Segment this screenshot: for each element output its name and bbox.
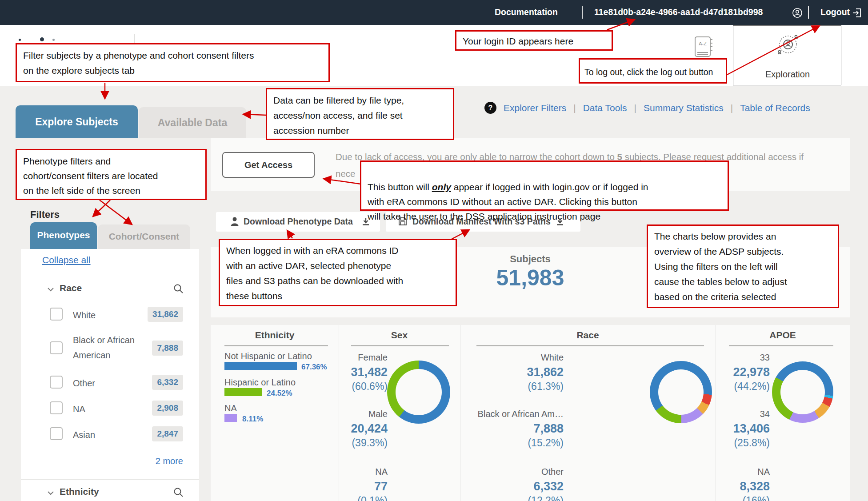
- donut-percent: (60.6%): [323, 381, 388, 393]
- donut-percent: (15.2%): [453, 437, 564, 449]
- nav-table-of-records[interactable]: Table of Records: [740, 103, 810, 113]
- donut-label: Black or African Am…: [453, 409, 564, 419]
- filter-tab-phenotypes[interactable]: Phenotypes: [30, 222, 97, 249]
- user-icon: [792, 8, 803, 18]
- subjects-label: Subjects: [486, 253, 575, 265]
- nav-logout-button[interactable]: Logout: [820, 7, 850, 17]
- explorer-nav: ? Explorer Filters | Data Tools | Summar…: [484, 102, 867, 114]
- nav-separator: |: [731, 103, 733, 113]
- filter-section-race[interactable]: Race: [60, 283, 82, 293]
- filter-tab-cohort-consent[interactable]: Cohort/Consent: [98, 224, 190, 249]
- chart-title-race: Race: [460, 330, 716, 341]
- tab-explore-subjects[interactable]: Explore Subjects: [16, 105, 138, 138]
- page: Documentation 11e81d0b-a24e-4966-aa1d-d4…: [0, 0, 868, 501]
- donut-value: 6,332: [453, 480, 564, 493]
- filter-section-ethnicity[interactable]: Ethnicity: [60, 486, 99, 497]
- svg-text:A-Z: A-Z: [699, 41, 707, 46]
- get-access-button[interactable]: Get Access: [222, 152, 315, 178]
- donut-label: NA: [323, 467, 388, 477]
- donut-percent: (16%): [676, 495, 770, 501]
- exploration-tile[interactable]: Exploration: [733, 25, 841, 85]
- checkbox-na[interactable]: [50, 401, 63, 414]
- nav-explorer-filters[interactable]: Explorer Filters: [504, 103, 566, 113]
- chart-title-sex: Sex: [339, 330, 460, 341]
- donut-percent: (0.1%): [323, 495, 388, 501]
- donut-value: 77: [323, 480, 388, 493]
- person-icon: [230, 216, 239, 226]
- donut-label: 33: [676, 353, 770, 363]
- download-phenotype-label: Download Phenotype Data: [244, 216, 353, 227]
- donut-value: 8,328: [676, 480, 770, 493]
- count-badge: 2,847: [152, 426, 183, 441]
- bar-label: Not Hispanic or Latino: [224, 351, 312, 361]
- apoe-donut-chart: [772, 361, 833, 423]
- nav-documentation-link[interactable]: Documentation: [495, 7, 558, 17]
- donut-label: NA: [676, 467, 770, 477]
- checkbox-other[interactable]: [50, 376, 63, 389]
- donut-value: 20,424: [323, 422, 388, 436]
- subjects-count: 51,983: [464, 265, 597, 291]
- annotation-login-id: Your login ID appears here: [455, 30, 613, 51]
- chart-rule: [224, 345, 328, 346]
- checkbox-white[interactable]: [50, 308, 63, 321]
- bar-label: NA: [224, 403, 237, 413]
- collapse-all-link[interactable]: Collapse all: [42, 255, 91, 265]
- count-badge: 31,862: [148, 307, 183, 322]
- filter-option-label: Other: [73, 378, 95, 389]
- nav-separator: |: [634, 103, 636, 113]
- donut-label: Male: [323, 409, 388, 419]
- dictionary-tile[interactable]: A-Z: [693, 36, 714, 59]
- filter-option-label: White: [73, 310, 96, 321]
- nav-summary-statistics[interactable]: Summary Statistics: [644, 103, 724, 113]
- count-badge: 7,888: [152, 341, 183, 356]
- annotation-logout: To log out, click the log out button: [579, 58, 727, 84]
- help-icon[interactable]: ?: [484, 102, 496, 114]
- donut-label: Other: [453, 467, 564, 477]
- search-icon[interactable]: [173, 284, 184, 294]
- donut-value: 7,888: [453, 422, 564, 436]
- nav-login-id[interactable]: 11e81d0b-a24e-4966-aa1d-d47d181bd998: [594, 7, 763, 17]
- nav-data-tools[interactable]: Data Tools: [583, 103, 627, 113]
- annotation-charts: The charts below provides an overview of…: [647, 224, 839, 308]
- annotation-filter-subjects: Filter subjects by a phenotype and cohor…: [16, 43, 330, 82]
- bar-not-hispanic: [224, 362, 297, 370]
- chart-rule: [351, 345, 449, 346]
- checkbox-asian[interactable]: [50, 427, 63, 440]
- nav-divider: [808, 6, 809, 19]
- donut-label: White: [453, 353, 564, 363]
- logout-icon[interactable]: [852, 8, 862, 18]
- chevron-down-icon[interactable]: [47, 287, 54, 292]
- sex-donut-chart: [387, 361, 450, 424]
- annotation-available-data: Data can be filtered by file type, acces…: [266, 88, 454, 140]
- logo-fragment: [19, 39, 21, 41]
- donut-percent: (39.3%): [323, 437, 388, 449]
- az-dictionary-icon: A-Z: [693, 36, 714, 59]
- filter-option-label: Asian: [73, 430, 95, 440]
- donut-percent: (44.2%): [676, 381, 770, 393]
- checkbox-black-or-african-american[interactable]: [50, 341, 63, 354]
- donut-value: 31,482: [323, 365, 388, 379]
- donut-value: 13,406: [676, 422, 770, 436]
- chart-rule: [729, 345, 833, 346]
- show-more-link[interactable]: 2 more: [156, 456, 183, 466]
- annotation-get-access: This button will only appear if logged i…: [360, 160, 729, 211]
- download-phenotype-button[interactable]: Download Phenotype Data: [216, 212, 380, 232]
- access-notice-line2: nece: [336, 168, 355, 179]
- chart-title-ethnicity: Ethnicity: [211, 330, 339, 341]
- annotation-downloads: When logged in with an eRA commons ID wi…: [219, 239, 457, 306]
- search-icon[interactable]: [173, 487, 184, 497]
- arrow-to-phenotypes-tab: [93, 200, 110, 216]
- chevron-down-icon[interactable]: [47, 491, 54, 495]
- donut-percent: (61.3%): [453, 381, 564, 393]
- donut-percent: (12.2%): [453, 495, 564, 501]
- annotation-phenotype-filters: Phenotype filters and cohort/consent fil…: [16, 149, 207, 200]
- donut-label: Female: [323, 353, 388, 363]
- top-navbar: Documentation 11e81d0b-a24e-4966-aa1d-d4…: [0, 0, 868, 25]
- tab-available-data[interactable]: Available Data: [139, 107, 246, 138]
- divider: [21, 479, 199, 480]
- donut-value: 31,862: [453, 365, 564, 379]
- bar-value: 8.11%: [242, 415, 263, 424]
- bar-value: 24.52%: [267, 389, 292, 398]
- filter-option-label: NA: [73, 404, 85, 414]
- count-badge: 2,908: [152, 401, 183, 416]
